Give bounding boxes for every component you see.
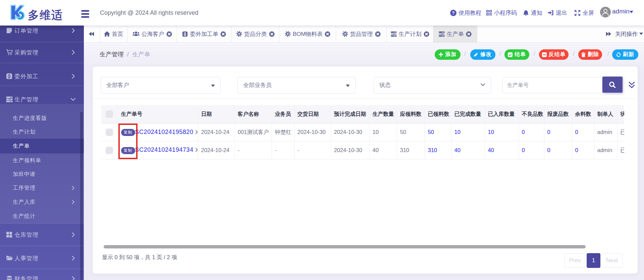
- svg-text:?: ?: [452, 10, 454, 15]
